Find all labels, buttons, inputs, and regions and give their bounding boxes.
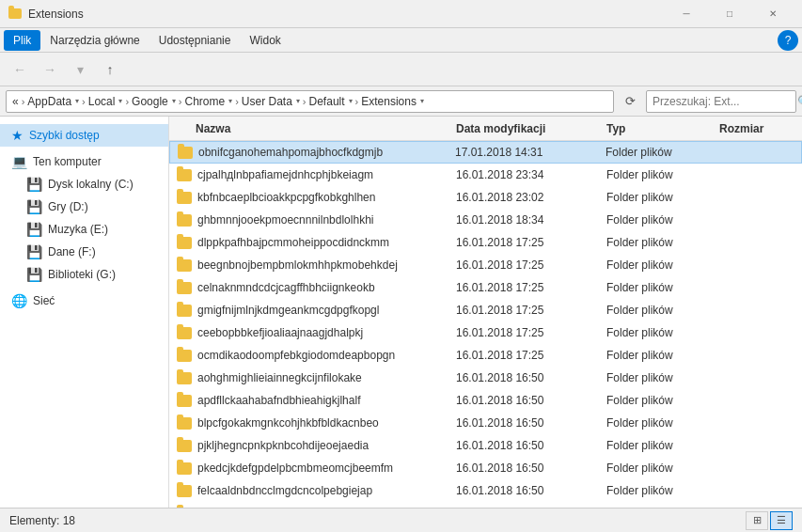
search-input[interactable] [653, 95, 794, 108]
file-name-text: cjpalhдlnbpafiamejdnhcphjbkeiagm [197, 168, 373, 181]
file-date-cell: 16.01.2018 18:34 [456, 213, 606, 227]
breadcrumb-default[interactable]: Default▾ [309, 95, 353, 108]
column-type[interactable]: Typ [606, 122, 719, 135]
window-title: Extensions [28, 8, 84, 21]
file-date-cell: 16.01.2018 17:25 [456, 304, 606, 317]
column-name[interactable]: Nazwa [177, 122, 456, 135]
file-date-cell: 16.01.2018 16:50 [456, 394, 606, 407]
file-name-cell: blpcfgokakmgnkcohjhkbfbldkacnbeo [177, 416, 456, 430]
file-list-area: Nazwa Data modyfikacji Typ Rozmiar obnif… [169, 117, 802, 508]
breadcrumb-sep-5: › [303, 96, 307, 107]
file-type-cell: Folder plików [606, 371, 719, 384]
sidebar-item-drive-c[interactable]: 💾 Dysk lokalny (C:) [0, 173, 168, 196]
toolbar: ← → ▾ ↑ [0, 53, 802, 86]
menu-udostepnianie[interactable]: Udostępnianie [149, 30, 241, 51]
file-type-cell: Folder plików [606, 326, 719, 339]
table-row[interactable]: ceebopbbkefjioaliaajnaagjdhalpkj 16.01.2… [169, 321, 802, 344]
breadcrumb-start[interactable]: « [12, 95, 19, 108]
table-row[interactable]: gmigfnijmlnjkdmgeankmcgdpgfkopgl 16.01.2… [169, 299, 802, 321]
table-row[interactable]: aohghmighlieiainnegkcijnfilokake 16.01.2… [169, 367, 802, 389]
file-date-cell: 16.01.2018 16:50 [456, 462, 606, 475]
file-type-cell: Folder plików [606, 439, 719, 452]
file-type-cell: Folder plików [606, 168, 719, 181]
folder-icon [177, 327, 192, 339]
title-bar: Extensions ─ □ ✕ [0, 0, 802, 28]
table-row[interactable]: dlppkpafhbajpcmmoheippocdidnckmm 16.01.2… [169, 231, 802, 254]
drive-g-icon: 💾 [26, 267, 42, 282]
file-name-text: pjkljhegncpnkpknbcohdijeoejaedia [197, 439, 369, 452]
list-view-button[interactable]: ☰ [770, 511, 793, 530]
sidebar-item-drive-f[interactable]: 💾 Dane (F:) [0, 241, 168, 263]
close-button[interactable]: ✕ [751, 0, 794, 28]
table-row[interactable]: beegnbnojbempbmlokmhhpkmobehkdej 16.01.2… [169, 254, 802, 276]
status-bar: Elementy: 18 ⊞ ☰ [0, 508, 802, 532]
breadcrumb-extensions[interactable]: Extensions▾ [361, 95, 424, 108]
breadcrumb-userdata[interactable]: User Data▾ [242, 95, 300, 108]
sidebar-item-drive-g[interactable]: 💾 Biblioteki (G:) [0, 263, 168, 286]
sidebar-item-drive-d[interactable]: 💾 Gry (D:) [0, 196, 168, 218]
menu-widok[interactable]: Widok [240, 30, 290, 51]
folder-icon [177, 417, 192, 430]
sidebar-label-drive-c: Dysk lokalny (C:) [48, 178, 134, 191]
column-date[interactable]: Data modyfikacji [456, 122, 606, 135]
file-name-cell: gmigfnijmlnjkdmgeankmcgdpgfkopgl [177, 304, 456, 317]
up-button[interactable]: ↑ [96, 56, 124, 83]
forward-button[interactable]: → [36, 56, 64, 83]
column-size[interactable]: Rozmiar [719, 122, 794, 135]
file-name-text: ceebopbbkefjioaliaajnaagjdhalpkj [197, 326, 363, 339]
folder-icon [177, 305, 192, 317]
search-box[interactable]: 🔍 [646, 90, 796, 113]
back-button[interactable]: ← [6, 56, 34, 83]
file-name-text: ghbmnnjoоekpmoecnnnilnbdlolhkhi [197, 213, 373, 227]
file-list: obnifcganohemahpomajbhocfkdgmjb 17.01.20… [169, 141, 802, 508]
file-name-cell: kbfnbcaeplbcioakkpcpgfkobkghlhen [177, 191, 456, 204]
sidebar-item-network[interactable]: 🌐 Sieć [0, 289, 168, 312]
grid-view-button[interactable]: ⊞ [746, 511, 768, 530]
folder-icon [178, 147, 193, 159]
file-type-cell: Folder plików [606, 213, 719, 227]
file-name-cell: felcaaldnbdncclmgdcncolpebgiejap [177, 484, 456, 497]
sidebar-item-drive-e[interactable]: 💾 Muzyka (E:) [0, 218, 168, 241]
sidebar-label-drive-e: Muzyka (E:) [48, 223, 108, 236]
folder-icon [177, 282, 192, 294]
maximize-button[interactable]: □ [708, 0, 751, 28]
file-type-cell: Folder plików [606, 236, 719, 249]
breadcrumb-local[interactable]: Local▾ [88, 95, 123, 108]
breadcrumb-area[interactable]: « › AppData▾ › Local▾ › Google▾ › Chrome… [6, 90, 614, 113]
file-name-cell: celnaknmndcdcjcagffhbhciignkeokb [177, 281, 456, 294]
table-row[interactable]: ghbmnnjoоekpmoecnnnilnbdlolhkhi 16.01.20… [169, 209, 802, 231]
refresh-button[interactable]: ⟳ [618, 90, 642, 113]
file-type-cell: Folder plików [606, 394, 719, 407]
sidebar-item-this-pc[interactable]: 💻 Ten komputer [0, 150, 168, 173]
file-type-cell: Folder plików [606, 281, 719, 294]
table-row[interactable]: cjpalhдlnbpafiamejdnhcphjbkeiagm 16.01.2… [169, 164, 802, 186]
help-button[interactable]: ? [778, 30, 798, 51]
table-row[interactable]: blpcfgokakmgnkcohjhkbfbldkacnbeo 16.01.2… [169, 412, 802, 434]
table-row[interactable]: pkedcjkdefgpdelpbcmbmeomcjbeemfm 16.01.2… [169, 457, 802, 479]
table-row[interactable]: apdfllckaahabafndbhieahigkjlhalf 16.01.2… [169, 389, 802, 412]
file-name-cell: apdfllckaahabafndbhieahigkjlhalf [177, 394, 456, 407]
file-type-cell: Folder plików [606, 416, 719, 430]
file-type-cell: Folder plików [606, 462, 719, 475]
file-name-text: obnifcganohemahpomajbhocfkdgmjb [198, 146, 383, 159]
file-date-cell: 16.01.2018 17:25 [456, 326, 606, 339]
table-row[interactable]: pjkljhegncpnkpknbcohdijeoejaedia 16.01.2… [169, 434, 802, 457]
recent-button[interactable]: ▾ [66, 56, 94, 83]
file-date-cell: 16.01.2018 16:50 [456, 371, 606, 384]
breadcrumb-appdata[interactable]: AppData▾ [27, 95, 79, 108]
table-row[interactable]: ocmdikaodoompfebkgiodomdeapbopgn 16.01.2… [169, 344, 802, 367]
table-row[interactable]: kbfnbcaeplbcioakkpcpgfkobkghlhen 16.01.2… [169, 186, 802, 209]
table-row[interactable]: celnaknmndcdcjcagffhbhciignkeokb 16.01.2… [169, 276, 802, 299]
file-date-cell: 16.01.2018 17:25 [456, 236, 606, 249]
menu-narzedzia[interactable]: Narzędzia główne [40, 30, 149, 51]
file-date-cell: 16.01.2018 17:25 [456, 258, 606, 272]
minimize-button[interactable]: ─ [665, 0, 708, 28]
quick-access-section: ★ Szybki dostęp [0, 124, 168, 147]
breadcrumb-google[interactable]: Google▾ [132, 95, 176, 108]
breadcrumb-sep-6: › [355, 96, 359, 107]
breadcrumb-chrome[interactable]: Chrome▾ [184, 95, 232, 108]
menu-plik[interactable]: Plik [4, 30, 40, 51]
sidebar-item-quick-access[interactable]: ★ Szybki dostęp [0, 124, 168, 147]
table-row[interactable]: felcaaldnbdncclmgdcncolpebgiejap 16.01.2… [169, 479, 802, 502]
table-row[interactable]: obnifcganohemahpomajbhocfkdgmjb 17.01.20… [169, 141, 802, 164]
